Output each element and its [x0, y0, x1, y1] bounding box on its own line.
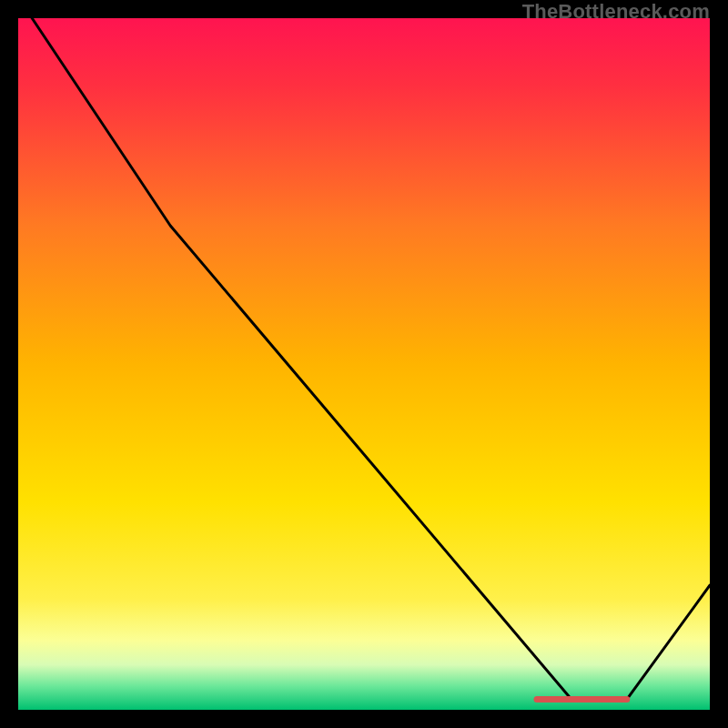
plot-area: [18, 18, 710, 710]
chart-stage: TheBottleneck.com: [0, 0, 728, 728]
plot-svg: [18, 18, 710, 710]
gradient-bg: [18, 18, 710, 710]
watermark-text: TheBottleneck.com: [522, 0, 710, 24]
